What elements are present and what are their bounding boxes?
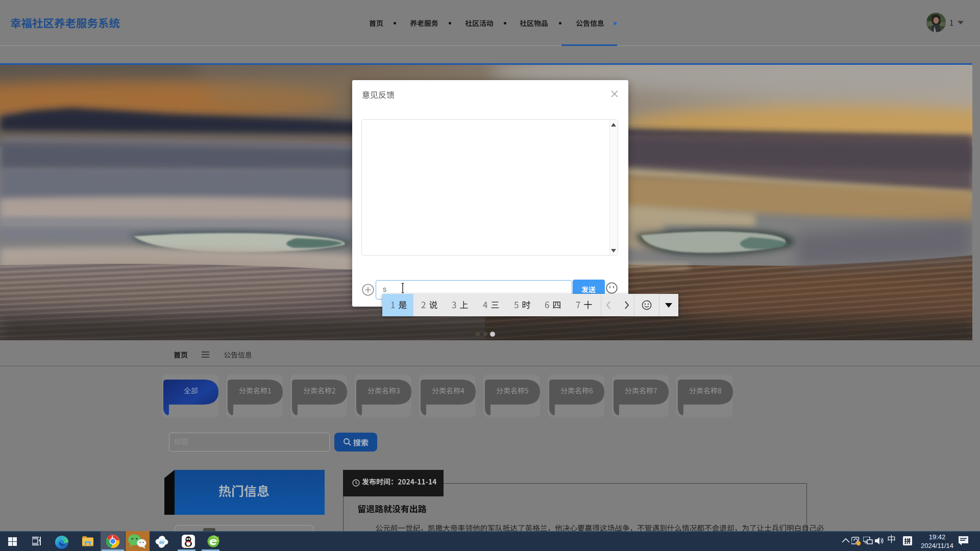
svg-text:ev: ev — [159, 540, 164, 545]
